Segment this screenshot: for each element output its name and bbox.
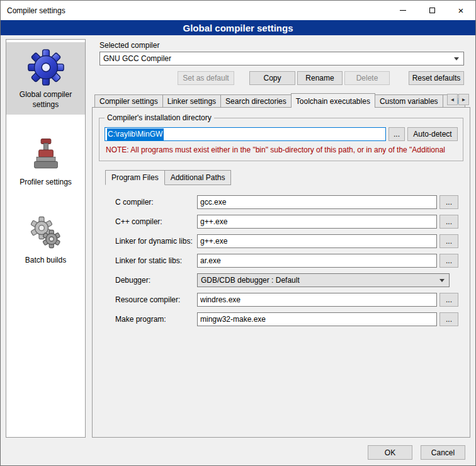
rename-button[interactable]: Rename bbox=[297, 71, 343, 85]
browse-make-program-button[interactable]: ... bbox=[439, 312, 458, 326]
sidebar-item-profiler-settings[interactable]: Profiler settings bbox=[6, 130, 85, 193]
installation-directory-row: C:\raylib\MinGW ... Auto-detect bbox=[105, 127, 458, 141]
sidebar-item-label: Global compiler settings bbox=[8, 90, 84, 110]
profiler-icon bbox=[28, 134, 64, 175]
tab-scrollers: ◄ ► bbox=[447, 94, 469, 105]
subtab-program-files[interactable]: Program Files bbox=[105, 170, 165, 185]
make-program-label: Make program: bbox=[115, 315, 195, 324]
tab-scroll-right-button[interactable]: ► bbox=[458, 94, 469, 105]
main-panel: Selected compiler GNU GCC Compiler Set a… bbox=[92, 39, 470, 438]
resource-compiler-input[interactable] bbox=[197, 293, 437, 307]
browse-linker-static-button[interactable]: ... bbox=[439, 254, 458, 268]
delete-button[interactable]: Delete bbox=[344, 71, 390, 85]
browse-directory-button[interactable]: ... bbox=[388, 127, 405, 141]
field-row-c-compiler: C compiler: ... bbox=[115, 195, 458, 209]
tab-custom-variables[interactable]: Custom variables bbox=[375, 94, 443, 107]
c-compiler-label: C compiler: bbox=[115, 198, 195, 207]
settings-category-list: Global compiler settings Profiler settin… bbox=[6, 39, 86, 438]
dialog-footer: OK Cancel bbox=[1, 440, 475, 465]
tab-toolchain-executables[interactable]: Toolchain executables bbox=[291, 93, 375, 108]
ok-button[interactable]: OK bbox=[368, 445, 412, 460]
resource-compiler-label: Resource compiler: bbox=[115, 295, 195, 304]
tab-linker-settings[interactable]: Linker settings bbox=[162, 94, 221, 107]
field-row-resource-compiler: Resource compiler: ... bbox=[115, 293, 458, 307]
compiler-actions: Set as default Copy Rename Delete Reset … bbox=[99, 71, 464, 85]
linker-static-input[interactable] bbox=[197, 254, 437, 268]
close-button[interactable]: × bbox=[446, 1, 475, 20]
tab-search-directories[interactable]: Search directories bbox=[220, 94, 292, 107]
auto-detect-button[interactable]: Auto-detect bbox=[407, 127, 458, 141]
cancel-button[interactable]: Cancel bbox=[421, 445, 465, 460]
field-row-make-program: Make program: ... bbox=[115, 312, 458, 326]
note-text: NOTE: All programs must exist either in … bbox=[106, 145, 458, 154]
debugger-value: GDB/CDB debugger : Default bbox=[201, 276, 300, 285]
batch-builds-gears-icon bbox=[28, 212, 64, 253]
browse-resource-compiler-button[interactable]: ... bbox=[439, 293, 458, 307]
blue-gear-icon bbox=[26, 46, 65, 88]
reset-defaults-button[interactable]: Reset defaults bbox=[409, 71, 464, 85]
sidebar-item-batch-builds[interactable]: Batch builds bbox=[6, 208, 85, 271]
banner-title: Global compiler settings bbox=[183, 23, 293, 33]
set-as-default-button[interactable]: Set as default bbox=[178, 71, 234, 85]
sidebar-item-global-compiler-settings[interactable]: Global compiler settings bbox=[6, 42, 85, 115]
dialog-banner: Global compiler settings bbox=[1, 20, 475, 35]
browse-cpp-compiler-button[interactable]: ... bbox=[439, 215, 458, 229]
chevron-down-icon bbox=[454, 57, 459, 60]
minimize-button[interactable] bbox=[388, 1, 417, 20]
toolchain-executables-page: Compiler's installation directory C:\ray… bbox=[92, 107, 470, 438]
debugger-label: Debugger: bbox=[115, 276, 195, 285]
cpp-compiler-label: C++ compiler: bbox=[115, 217, 195, 226]
dialog-body: Global compiler settings Profiler settin… bbox=[1, 35, 475, 440]
installation-directory-input[interactable]: C:\raylib\MinGW bbox=[105, 127, 386, 141]
copy-button[interactable]: Copy bbox=[249, 71, 295, 85]
subtab-additional-paths[interactable]: Additional Paths bbox=[164, 170, 232, 185]
field-row-debugger: Debugger: GDB/CDB debugger : Default bbox=[115, 273, 458, 287]
left-arrow-icon: ◄ bbox=[450, 97, 455, 103]
minimize-icon bbox=[400, 10, 406, 11]
window-title: Compiler settings bbox=[1, 6, 65, 15]
titlebar-buttons: × bbox=[388, 1, 475, 20]
sidebar-item-label: Batch builds bbox=[25, 256, 66, 266]
close-icon: × bbox=[458, 6, 464, 15]
group-title: Compiler's installation directory bbox=[105, 113, 214, 122]
selected-compiler-combobox[interactable]: GNU GCC Compiler bbox=[99, 52, 464, 65]
program-files-fields: C compiler: ... C++ compiler: ... Linker… bbox=[115, 195, 463, 326]
titlebar[interactable]: Compiler settings × bbox=[1, 1, 475, 20]
right-arrow-icon: ► bbox=[462, 97, 467, 103]
selected-compiler-value: GNU GCC Compiler bbox=[103, 54, 171, 63]
field-row-cpp-compiler: C++ compiler: ... bbox=[115, 215, 458, 229]
browse-linker-dynamic-button[interactable]: ... bbox=[439, 234, 458, 248]
compiler-settings-dialog: Compiler settings × Global compiler sett… bbox=[0, 0, 476, 466]
chevron-down-icon bbox=[439, 279, 445, 282]
installation-directory-value: C:\raylib\MinGW bbox=[107, 128, 164, 140]
linker-static-label: Linker for static libs: bbox=[115, 256, 195, 265]
c-compiler-input[interactable] bbox=[197, 195, 437, 209]
field-row-linker-dynamic: Linker for dynamic libs: ... bbox=[115, 234, 458, 248]
maximize-icon bbox=[429, 8, 435, 13]
installation-directory-group: Compiler's installation directory C:\ray… bbox=[99, 118, 463, 161]
cpp-compiler-input[interactable] bbox=[197, 215, 437, 229]
maximize-button[interactable] bbox=[417, 1, 446, 20]
settings-tabstrip: Compiler settings Linker settings Search… bbox=[94, 93, 470, 107]
browse-c-compiler-button[interactable]: ... bbox=[439, 195, 458, 209]
tab-compiler-settings[interactable]: Compiler settings bbox=[94, 94, 163, 107]
linker-dynamic-label: Linker for dynamic libs: bbox=[115, 237, 195, 246]
program-subtabs: Program Files Additional Paths bbox=[105, 170, 465, 185]
debugger-combobox[interactable]: GDB/CDB debugger : Default bbox=[197, 273, 450, 287]
sidebar-item-label: Profiler settings bbox=[20, 178, 72, 188]
tab-scroll-left-button[interactable]: ◄ bbox=[447, 94, 458, 105]
field-row-linker-static: Linker for static libs: ... bbox=[115, 254, 458, 268]
linker-dynamic-input[interactable] bbox=[197, 234, 437, 248]
make-program-input[interactable] bbox=[197, 312, 437, 326]
selected-compiler-label: Selected compiler bbox=[99, 41, 470, 50]
